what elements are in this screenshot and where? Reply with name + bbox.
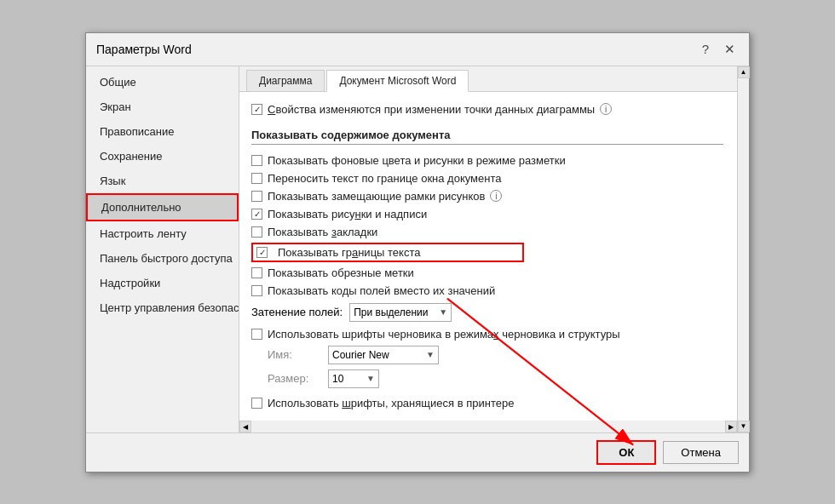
option-row-4: Показывать рисунки и надписи bbox=[251, 205, 723, 223]
option-row-2: Переносить текст по границе окна докумен… bbox=[251, 169, 723, 187]
option-checkbox-6[interactable] bbox=[256, 247, 268, 258]
font-name-arrow-icon: ▼ bbox=[426, 350, 435, 359]
scroll-right-arrow[interactable]: ▶ bbox=[725, 421, 737, 432]
option-row-1: Показывать фоновые цвета и рисунки в реж… bbox=[251, 152, 723, 169]
option-label-printer: Использовать шрифты, хранящиеся в принте… bbox=[268, 397, 514, 410]
option-label-6: Показывать границы текста bbox=[278, 246, 420, 259]
field-shading-row: Затенение полей: При выделении ▼ bbox=[251, 300, 723, 325]
option-checkbox-printer[interactable] bbox=[251, 398, 262, 409]
option-label-draft: Использовать шрифты черновика в режимах … bbox=[268, 328, 620, 341]
sidebar-item-yazyk[interactable]: Язык bbox=[86, 169, 239, 193]
option-checkbox-5[interactable] bbox=[251, 226, 262, 238]
chart-option-info-icon: i bbox=[600, 103, 612, 115]
tab-document[interactable]: Документ Microsoft Word bbox=[326, 70, 469, 92]
content-scroll[interactable]: Свойства изменяются при изменении точки … bbox=[239, 92, 737, 421]
option-label-2: Переносить текст по границе окна докумен… bbox=[268, 172, 501, 185]
font-size-value: 10 bbox=[332, 373, 343, 385]
horizontal-scrollbar[interactable]: ◀ ▶ bbox=[239, 421, 737, 432]
font-size-arrow-icon: ▼ bbox=[366, 374, 375, 383]
option-row-draft: Использовать шрифты черновика в режимах … bbox=[251, 325, 723, 343]
field-shading-label: Затенение полей: bbox=[251, 306, 343, 318]
font-size-row: Размер: 10 ▼ bbox=[251, 367, 723, 391]
chart-option-row: Свойства изменяются при изменении точки … bbox=[251, 100, 723, 118]
font-name-select[interactable]: Courier New ▼ bbox=[328, 346, 439, 364]
option-label-4: Показывать рисунки и надписи bbox=[268, 208, 427, 220]
option-label-3: Показывать замещающие рамки рисунков bbox=[268, 190, 485, 203]
scroll-down-arrow[interactable]: ▼ bbox=[738, 421, 750, 432]
sidebar-item-obschie[interactable]: Общие bbox=[86, 70, 239, 94]
dialog-title: Параметры Word bbox=[96, 43, 192, 56]
option-checkbox-1[interactable] bbox=[251, 155, 262, 166]
sidebar-item-sohranenie[interactable]: Сохранение bbox=[86, 144, 239, 169]
option-row-8: Показывать коды полей вместо их значений bbox=[251, 282, 723, 300]
option-checkbox-2[interactable] bbox=[251, 173, 262, 184]
option-checkbox-draft[interactable] bbox=[251, 329, 262, 340]
option-row-6: Показывать границы текста bbox=[251, 243, 524, 262]
font-name-value: Courier New bbox=[332, 349, 389, 361]
sidebar-item-nadstroyki[interactable]: Надстройки bbox=[86, 271, 239, 295]
sidebar-item-security[interactable]: Центр управления безопасностью bbox=[86, 295, 239, 320]
chart-option-checkbox[interactable] bbox=[251, 104, 262, 115]
option-label-1: Показывать фоновые цвета и рисунки в реж… bbox=[268, 154, 566, 167]
scroll-track[interactable] bbox=[251, 421, 725, 432]
font-name-row: Имя: Courier New ▼ bbox=[251, 343, 723, 367]
option-label-5: Показывать закладки bbox=[268, 226, 377, 238]
close-button[interactable]: ✕ bbox=[720, 40, 739, 59]
sidebar: Общие Экран Правописание Сохранение Язык… bbox=[86, 66, 239, 432]
option-checkbox-7[interactable] bbox=[251, 267, 262, 278]
dialog-body: Общие Экран Правописание Сохранение Язык… bbox=[86, 66, 749, 432]
font-size-select[interactable]: 10 ▼ bbox=[328, 369, 379, 388]
font-size-label: Размер: bbox=[268, 372, 323, 385]
vertical-scrollbar[interactable]: ▲ ▼ bbox=[737, 66, 749, 432]
option-row-3: Показывать замещающие рамки рисунков i bbox=[251, 187, 723, 205]
dialog-footer: ОК Отмена bbox=[86, 432, 749, 472]
section-title: Показывать содержимое документа bbox=[251, 129, 723, 145]
scroll-up-arrow[interactable]: ▲ bbox=[738, 66, 750, 78]
field-shading-select[interactable]: При выделении ▼ bbox=[349, 303, 452, 322]
option-row-7: Показывать обрезные метки bbox=[251, 264, 723, 282]
option-row-5: Показывать закладки bbox=[251, 223, 723, 241]
sidebar-item-ekran[interactable]: Экран bbox=[86, 94, 239, 119]
option-checkbox-8[interactable] bbox=[251, 285, 262, 296]
option-checkbox-4[interactable] bbox=[251, 209, 262, 220]
option-label-8: Показывать коды полей вместо их значений bbox=[268, 284, 495, 297]
sidebar-item-lenta[interactable]: Настроить ленту bbox=[86, 221, 239, 246]
option-row-printer: Использовать шрифты, хранящиеся в принте… bbox=[251, 394, 723, 412]
tab-bar: Диаграмма Документ Microsoft Word bbox=[239, 66, 737, 92]
option-3-info-icon: i bbox=[490, 190, 502, 202]
font-name-label: Имя: bbox=[268, 348, 323, 361]
sidebar-item-pravopisanie[interactable]: Правописание bbox=[86, 119, 239, 144]
sidebar-item-panel[interactable]: Панель быстрого доступа bbox=[86, 246, 239, 271]
field-shading-value: При выделении bbox=[354, 306, 428, 318]
sidebar-item-dopolnitelno[interactable]: Дополнительно bbox=[86, 193, 239, 221]
content-area: Диаграмма Документ Microsoft Word Свойст… bbox=[239, 66, 737, 432]
tab-diagramma[interactable]: Диаграмма bbox=[246, 70, 325, 91]
help-button[interactable]: ? bbox=[696, 40, 715, 59]
chart-option-label: Свойства изменяются при изменении точки … bbox=[268, 103, 595, 116]
scroll-left-arrow[interactable]: ◀ bbox=[239, 421, 251, 432]
cancel-button[interactable]: Отмена bbox=[663, 441, 739, 464]
title-bar: Параметры Word ? ✕ bbox=[86, 33, 749, 66]
option-checkbox-3[interactable] bbox=[251, 191, 262, 202]
option-label-7: Показывать обрезные метки bbox=[268, 266, 414, 279]
field-shading-arrow-icon: ▼ bbox=[439, 307, 447, 317]
ok-button[interactable]: ОК bbox=[596, 440, 656, 465]
